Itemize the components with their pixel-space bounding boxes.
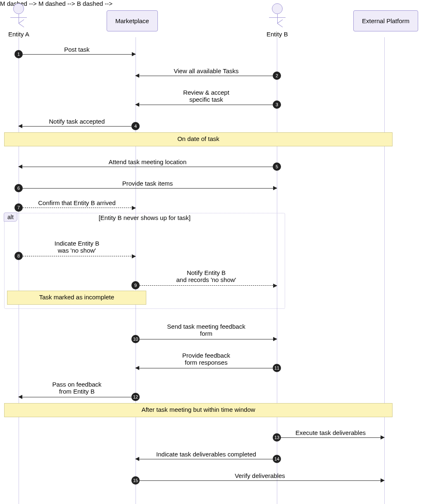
note-task-incomplete: Task marked as incomplete xyxy=(7,291,146,305)
message-1-number: 1 xyxy=(14,50,23,58)
lifeline-external xyxy=(384,37,385,504)
message-1-arrow xyxy=(19,54,136,55)
message-2-number: 2 xyxy=(273,72,281,80)
message-4-arrow xyxy=(19,126,136,127)
message-11-number: 11 xyxy=(273,364,281,372)
message-7-number: 7 xyxy=(14,203,23,212)
actor-icon xyxy=(13,3,24,14)
actor-body-icon xyxy=(10,14,27,30)
message-3-number: 3 xyxy=(273,100,281,109)
actor-body-icon xyxy=(269,14,286,30)
message-14-number: 14 xyxy=(273,455,281,463)
message-9-label: Notify Entity B and records 'no show' xyxy=(176,269,236,284)
message-11-arrow xyxy=(136,368,277,368)
message-10-number: 10 xyxy=(131,335,140,343)
message-10-arrow xyxy=(136,339,277,339)
message-8-arrow xyxy=(19,256,136,256)
divider-after-meeting: After task meeting but within time windo… xyxy=(4,403,393,417)
message-4-label: Notify task accepted xyxy=(49,118,105,125)
message-2-label: View all available Tasks xyxy=(174,67,238,74)
message-15-label: Verify deliverables xyxy=(235,472,285,479)
message-4-number: 4 xyxy=(131,122,140,130)
message-12-label: Pass on feedback from Entity B xyxy=(52,381,101,395)
participant-marketplace: Marketplace xyxy=(107,10,158,31)
message-5-arrow xyxy=(19,167,277,167)
actor-icon xyxy=(272,3,283,14)
message-8-number: 8 xyxy=(14,252,23,260)
actor-entity-a-label: Entity A xyxy=(8,31,29,38)
message-8-label: Indicate Entity B was 'no show' xyxy=(55,240,99,254)
message-11-label: Provide feedback form responses xyxy=(182,352,230,366)
participant-marketplace-label: Marketplace xyxy=(115,17,149,24)
message-7-arrow xyxy=(19,208,136,208)
message-15-number: 15 xyxy=(131,476,140,485)
message-5-label: Attend task meeting location xyxy=(109,158,186,165)
message-6-arrow xyxy=(19,188,277,189)
message-1-label: Post task xyxy=(64,46,90,53)
message-12-number: 12 xyxy=(131,393,140,401)
message-14-label: Indicate task deliverables completed xyxy=(156,451,256,458)
message-6-number: 6 xyxy=(14,184,23,192)
message-14-arrow xyxy=(136,459,277,459)
message-13-arrow xyxy=(277,437,384,438)
message-15-arrow xyxy=(136,480,384,481)
actor-entity-b-label: Entity B xyxy=(267,31,288,38)
message-2-arrow xyxy=(136,76,277,76)
actor-entity-b: Entity B xyxy=(267,3,288,38)
message-12-arrow xyxy=(19,397,136,397)
message-5-number: 5 xyxy=(273,162,281,171)
message-9-number: 9 xyxy=(131,281,140,289)
message-3-label: Review & accept specific task xyxy=(183,89,229,103)
message-13-label: Execute task deliverables xyxy=(295,429,366,436)
alt-guard: [Entity B never shows up for task] xyxy=(5,214,285,221)
divider-on-date: On date of task xyxy=(4,132,393,146)
message-7-label: Confirm that Entity B arrived xyxy=(38,199,116,206)
message-10-label: Send task meeting feedback form xyxy=(167,323,245,337)
participant-external: External Platform xyxy=(353,10,418,31)
message-13-number: 13 xyxy=(273,433,281,442)
actor-entity-a: Entity A xyxy=(8,3,29,38)
participant-external-label: External Platform xyxy=(362,17,409,24)
message-9-arrow xyxy=(136,285,277,286)
message-3-arrow xyxy=(136,105,277,105)
message-6-label: Provide task items xyxy=(122,180,173,187)
sequence-diagram: Entity A Marketplace Entity B External P… xyxy=(0,0,438,504)
